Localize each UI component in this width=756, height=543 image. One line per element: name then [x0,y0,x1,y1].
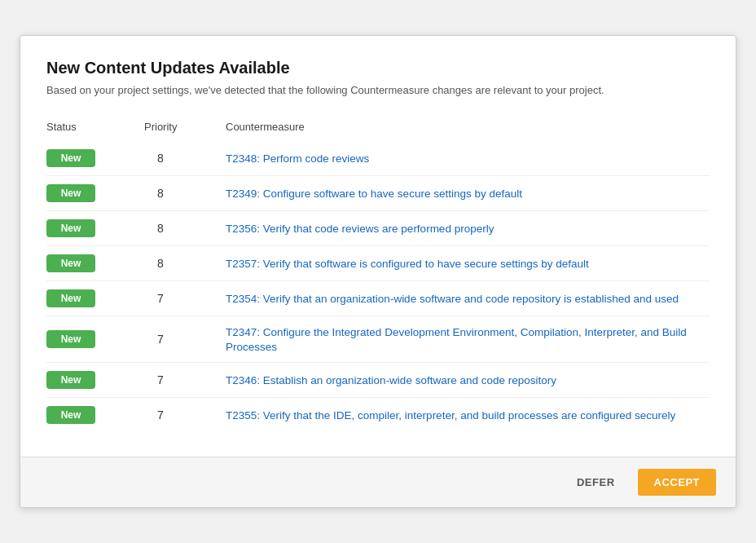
table-body: New8T2348: Perform code reviewsNew8T2349… [46,141,710,432]
dialog-content: New Content Updates Available Based on y… [20,36,736,457]
countermeasure-cell: T2348: Perform code reviews [226,151,710,166]
status-cell: New [46,289,144,307]
status-badge: New [46,289,95,307]
priority-cell: 7 [144,333,226,346]
dialog-subtitle: Based on your project settings, we've de… [46,84,710,96]
countermeasure-cell: T2349: Configure software to have secure… [226,186,710,201]
countermeasure-link[interactable]: T2347: Configure the Integrated Developm… [226,326,687,353]
status-badge: New [46,406,95,424]
status-badge: New [46,330,95,348]
header-status: Status [46,121,144,133]
table-row: New8T2357: Verify that software is confi… [46,246,710,281]
countermeasure-cell: T2356: Verify that code reviews are perf… [226,221,710,236]
header-countermeasure: Countermeasure [226,121,710,133]
priority-cell: 8 [144,187,226,200]
table-row: New8T2349: Configure software to have se… [46,176,710,211]
countermeasure-link[interactable]: T2348: Perform code reviews [226,152,369,165]
countermeasure-link[interactable]: T2356: Verify that code reviews are perf… [226,223,494,235]
countermeasure-link[interactable]: T2349: Configure software to have secure… [226,188,522,200]
priority-cell: 8 [144,222,226,235]
table-row: New7T2347: Configure the Integrated Deve… [46,316,710,363]
dialog-footer: DEFER ACCEPT [20,457,736,507]
defer-button[interactable]: DEFER [564,470,628,495]
status-cell: New [46,254,144,272]
status-badge: New [46,184,95,202]
countermeasure-link[interactable]: T2346: Establish an organization-wide so… [226,374,556,386]
countermeasure-cell: T2346: Establish an organization-wide so… [226,373,710,387]
countermeasure-cell: T2355: Verify that the IDE, compiler, in… [226,408,710,422]
status-cell: New [46,184,144,202]
status-badge: New [46,254,95,272]
table-header: Status Priority Countermeasure [46,116,710,138]
status-cell: New [46,330,144,348]
status-badge: New [46,149,95,167]
countermeasure-cell: T2354: Verify that an organization-wide … [226,291,710,306]
accept-button[interactable]: ACCEPT [638,469,716,496]
status-cell: New [46,406,144,424]
priority-cell: 8 [144,257,226,270]
header-priority: Priority [144,121,226,133]
status-cell: New [46,149,144,167]
priority-cell: 8 [144,152,226,165]
status-cell: New [46,219,144,237]
content-updates-dialog: New Content Updates Available Based on y… [20,35,736,508]
dialog-title: New Content Updates Available [46,59,710,77]
countermeasure-cell: T2357: Verify that software is configure… [226,256,710,271]
table-row: New8T2356: Verify that code reviews are … [46,211,710,246]
countermeasure-link[interactable]: T2355: Verify that the IDE, compiler, in… [226,409,675,422]
table-row: New7T2355: Verify that the IDE, compiler… [46,398,710,432]
priority-cell: 7 [144,292,226,305]
table-row: New7T2346: Establish an organization-wid… [46,363,710,398]
countermeasure-link[interactable]: T2357: Verify that software is configure… [226,258,589,270]
priority-cell: 7 [144,408,226,422]
status-badge: New [46,371,95,389]
countermeasure-cell: T2347: Configure the Integrated Developm… [226,324,710,354]
status-cell: New [46,371,144,389]
status-badge: New [46,219,95,237]
priority-cell: 7 [144,373,226,386]
table-row: New8T2348: Perform code reviews [46,141,710,176]
table-row: New7T2354: Verify that an organization-w… [46,281,710,316]
countermeasure-link[interactable]: T2354: Verify that an organization-wide … [226,293,679,305]
